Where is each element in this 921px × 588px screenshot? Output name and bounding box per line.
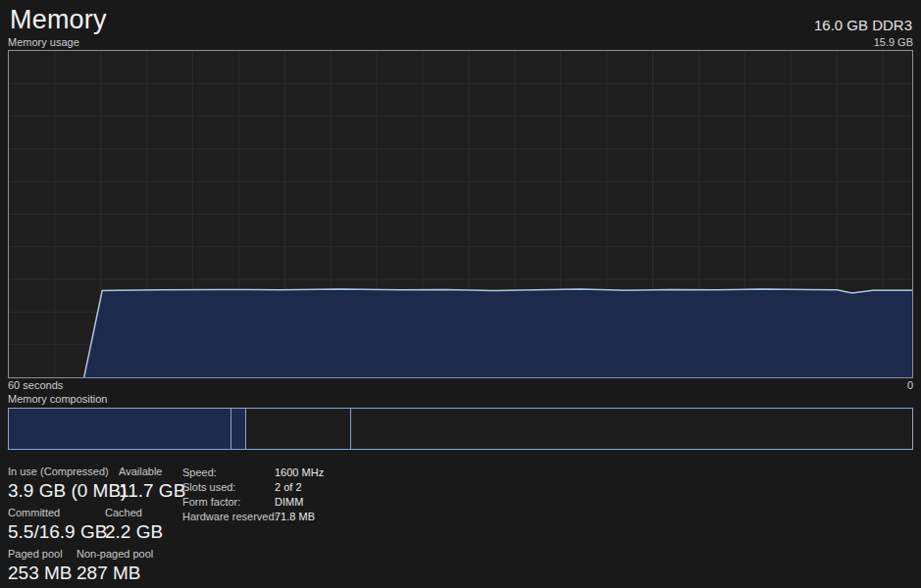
memory-usage-area-chart[interactable] bbox=[9, 51, 912, 377]
stat-value: 3.9 GB (0 MB) bbox=[8, 479, 119, 502]
stat-in-use: In use (Compressed) 3.9 GB (0 MB) bbox=[8, 466, 119, 502]
graph-max-value-label: 15.9 GB bbox=[874, 36, 913, 50]
stat-label: Cached bbox=[105, 507, 163, 519]
detail-hardware-reserved: Hardware reserved: 71.8 MB bbox=[182, 510, 324, 524]
stat-value: 2.2 GB bbox=[105, 520, 163, 543]
detail-slots-used: Slots used: 2 of 2 bbox=[182, 480, 324, 495]
detail-label: Hardware reserved: bbox=[182, 510, 275, 524]
stat-value: 5.5/16.9 GB bbox=[8, 520, 105, 543]
composition-segment-modified-memory[interactable] bbox=[231, 409, 246, 449]
stat-label: Non-paged pool bbox=[77, 548, 153, 561]
x-axis-left-label: 60 seconds bbox=[8, 378, 63, 392]
usage-area-fill bbox=[84, 289, 912, 377]
stats-row-2: Committed 5.5/16.9 GB Cached 2.2 GB bbox=[8, 507, 913, 543]
memory-usage-chart[interactable] bbox=[8, 50, 913, 378]
stat-committed: Committed 5.5/16.9 GB bbox=[8, 507, 105, 543]
detail-label: Slots used: bbox=[182, 480, 275, 495]
stat-label: Paged pool bbox=[8, 548, 77, 561]
detail-form-factor: Form factor: DIMM bbox=[182, 495, 324, 510]
detail-label: Speed: bbox=[182, 466, 275, 480]
memory-capacity-label: 16.0 GB DDR3 bbox=[814, 17, 912, 35]
usage-graph-header: Memory usage 15.9 GB bbox=[8, 36, 913, 50]
memory-statistics: In use (Compressed) 3.9 GB (0 MB) Availa… bbox=[8, 466, 913, 584]
hardware-details: Speed: 1600 MHz Slots used: 2 of 2 Form … bbox=[182, 466, 324, 524]
detail-value: DIMM bbox=[275, 495, 303, 510]
stat-label: In use (Compressed) bbox=[8, 466, 119, 478]
page-title: Memory bbox=[10, 4, 107, 35]
stat-value: 287 MB bbox=[77, 562, 153, 584]
memory-composition-label: Memory composition bbox=[8, 393, 913, 406]
detail-value: 2 of 2 bbox=[275, 480, 302, 495]
composition-segment-standby-memory[interactable] bbox=[246, 409, 351, 449]
memory-usage-label: Memory usage bbox=[8, 36, 79, 50]
stat-non-paged-pool: Non-paged pool 287 MB bbox=[77, 548, 153, 584]
stat-paged-pool: Paged pool 253 MB bbox=[8, 548, 77, 584]
stat-value: 253 MB bbox=[8, 562, 77, 584]
composition-segment-free-memory[interactable] bbox=[351, 409, 912, 449]
stat-label: Available bbox=[119, 466, 185, 478]
stat-cached: Cached 2.2 GB bbox=[105, 507, 163, 543]
stats-row-1: In use (Compressed) 3.9 GB (0 MB) Availa… bbox=[8, 466, 913, 502]
stat-available: Available 11.7 GB bbox=[119, 466, 185, 502]
graph-x-axis-labels: 60 seconds 0 bbox=[8, 378, 913, 392]
stat-value: 11.7 GB bbox=[119, 479, 185, 502]
detail-label: Form factor: bbox=[182, 495, 275, 510]
detail-value: 1600 MHz bbox=[275, 466, 324, 480]
detail-speed: Speed: 1600 MHz bbox=[182, 466, 324, 480]
stat-label: Committed bbox=[8, 507, 105, 519]
memory-header: Memory 16.0 GB DDR3 bbox=[0, 0, 921, 35]
x-axis-right-label: 0 bbox=[907, 378, 913, 392]
stats-row-3: Paged pool 253 MB Non-paged pool 287 MB bbox=[8, 548, 913, 584]
detail-value: 71.8 MB bbox=[275, 510, 315, 524]
composition-segment-in-use-memory[interactable] bbox=[9, 409, 231, 449]
memory-composition-bar[interactable] bbox=[8, 408, 913, 450]
